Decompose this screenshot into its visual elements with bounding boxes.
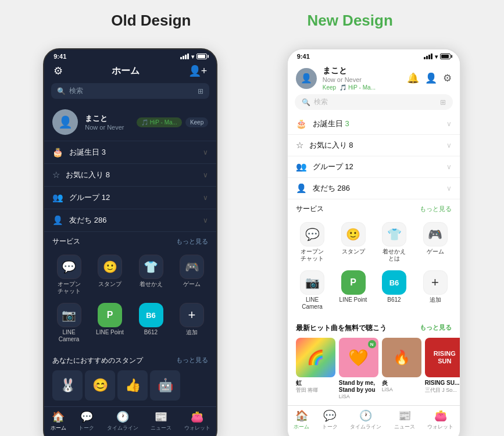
new-bell-icon[interactable]: 🔔 — [407, 72, 419, 84]
theme-label: 着せかえ — [140, 281, 163, 288]
music-card-1[interactable]: 🌈 虹 菅田 将暉 — [296, 338, 335, 399]
stamp-3[interactable]: 👍 — [117, 370, 148, 401]
stamp-label: スタンプ — [98, 281, 121, 288]
new-favorites-chevron: ∨ — [446, 141, 452, 149]
new-services-label: サービス — [296, 204, 324, 214]
birthday-text: お誕生日 3 — [69, 147, 197, 158]
old-nav-wallet[interactable]: 👛 ウォレット — [184, 410, 210, 432]
old-service-theme[interactable]: 👕 着せかえ — [131, 251, 171, 298]
new-services-header: サービス もっと見る — [288, 199, 460, 216]
new-timeline-label: タイムライン — [350, 423, 381, 431]
old-service-b612[interactable]: B6 B612 — [131, 299, 171, 346]
old-birthday-item[interactable]: 🎂 お誕生日 3 ∨ — [44, 141, 216, 164]
music-artist-2: LiSA — [339, 394, 378, 399]
add-service-icon: + — [180, 303, 204, 327]
new-search-placeholder: 検索 — [314, 97, 328, 107]
new-service-camera[interactable]: 📷 LINECamera — [292, 267, 333, 314]
new-nav-home[interactable]: 🏠 ホーム — [294, 409, 309, 431]
stamp-1[interactable]: 🐰 — [52, 370, 83, 401]
new-music-more[interactable]: もっと見る — [420, 323, 452, 333]
timeline-label: タイムライン — [107, 424, 138, 432]
old-service-game[interactable]: 🎮 ゲーム — [172, 251, 212, 298]
old-settings-icon[interactable]: ⚙ — [53, 65, 63, 77]
new-wallet-icon: 👛 — [434, 409, 447, 422]
new-battery-icon — [440, 53, 451, 59]
new-service-open-chat[interactable]: 💬 オープンチャット — [292, 219, 333, 266]
music-song-3: 炎 — [382, 380, 421, 387]
new-news-icon: 📰 — [398, 409, 411, 422]
new-header-icons: 🔔 👤 ⚙ — [407, 72, 452, 84]
new-add-service-label: 追加 — [430, 296, 441, 303]
new-service-stamp[interactable]: 🙂 スタンプ — [333, 219, 373, 266]
talk-label: トーク — [78, 424, 94, 432]
new-settings-icon[interactable]: ⚙ — [443, 72, 452, 84]
music-song-4: RISING SU... — [425, 380, 460, 387]
music-song-1: 虹 — [296, 380, 335, 387]
new-friends-item[interactable]: 👤 友だち 286 ∨ — [288, 178, 460, 199]
old-time: 9:41 — [53, 53, 66, 60]
new-nav-timeline[interactable]: 🕐 タイムライン — [350, 409, 381, 431]
old-friends-item[interactable]: 👤 友だち 286 ∨ — [44, 209, 216, 232]
new-friends-chevron: ∨ — [446, 184, 452, 192]
news-label: ニュース — [151, 424, 171, 432]
old-stamp-more[interactable]: もっと見る — [176, 356, 208, 366]
new-search-bar[interactable]: 🔍 検索 ⊞ — [295, 94, 453, 110]
new-favorites-item[interactable]: ☆ お気に入り 8 ∨ — [288, 135, 460, 156]
new-service-theme[interactable]: 👕 着せかえとは — [374, 219, 414, 266]
new-groups-icon: 👥 — [296, 162, 307, 172]
old-nav-talk[interactable]: 💬 トーク — [78, 410, 94, 432]
music-card-4[interactable]: RISINGSUN RISING SU... 三代目 J So... — [425, 338, 460, 399]
old-search-bar[interactable]: 🔍 検索 ⊞ — [51, 83, 209, 99]
old-nav-home[interactable]: 🏠 ホーム — [51, 410, 66, 432]
new-add-friend-icon[interactable]: 👤 — [425, 72, 437, 84]
new-groups-text: グループ 12 — [313, 162, 441, 172]
old-service-camera[interactable]: 📷 LINECamera — [49, 299, 89, 346]
new-services-more[interactable]: もっと見る — [420, 205, 452, 213]
old-service-open-chat[interactable]: 💬 オープンチャット — [49, 251, 89, 298]
music-card-3[interactable]: 🔥 炎 LiSA — [382, 338, 421, 399]
new-groups-chevron: ∨ — [446, 163, 452, 171]
new-service-add[interactable]: + 追加 — [415, 267, 455, 314]
new-service-game[interactable]: 🎮 ゲーム — [415, 219, 455, 266]
old-profile-row[interactable]: 👤 まこと Now or Never 🎵 HiP - Ma... Keep — [44, 103, 216, 141]
new-time: 9:41 — [297, 53, 310, 60]
new-b612-label: B612 — [387, 296, 401, 303]
new-favorites-text: お気に入り 8 — [309, 140, 441, 151]
new-point-icon: P — [341, 270, 366, 295]
new-news-label: ニュース — [394, 423, 415, 431]
old-profile-sub: Now or Never — [85, 124, 130, 131]
groups-text: グループ 12 — [69, 192, 197, 203]
new-service-b612[interactable]: B6 B612 — [374, 267, 414, 314]
stamp-icon: 🙂 — [98, 255, 122, 279]
news-icon: 📰 — [155, 410, 167, 423]
new-stamp-label: スタンプ — [342, 248, 365, 255]
old-services-more[interactable]: もっと見る — [176, 237, 208, 246]
old-service-point[interactable]: P LINE Point — [90, 299, 130, 346]
old-favorites-item[interactable]: ☆ お気に入り 8 ∨ — [44, 164, 216, 187]
old-header: ⚙ ホーム 👤+ — [44, 61, 216, 83]
new-service-point[interactable]: P LINE Point — [333, 267, 373, 314]
old-service-add[interactable]: + 追加 — [172, 299, 212, 346]
old-nav-news[interactable]: 📰 ニュース — [151, 410, 171, 432]
old-services-label: サービス — [52, 237, 80, 246]
new-birthday-item[interactable]: 🎂 お誕生日 3 ∨ — [288, 113, 460, 135]
music-card-2[interactable]: N 🧡 Stand by me, Stand by you LiSA — [339, 338, 378, 399]
new-groups-item[interactable]: 👥 グループ 12 ∨ — [288, 156, 460, 178]
old-groups-item[interactable]: 👥 グループ 12 ∨ — [44, 187, 216, 209]
old-signal-icon — [180, 53, 189, 59]
new-nav-talk[interactable]: 💬 トーク — [322, 409, 338, 431]
new-search-icon: 🔍 — [302, 98, 310, 106]
old-service-stamp[interactable]: 🙂 スタンプ — [90, 251, 130, 298]
old-music-tag[interactable]: 🎵 HiP - Ma... — [137, 117, 182, 127]
new-nav-news[interactable]: 📰 ニュース — [394, 409, 415, 431]
talk-icon: 💬 — [80, 410, 93, 423]
stamp-2[interactable]: 😊 — [85, 370, 115, 401]
old-keep-tag[interactable]: Keep — [185, 117, 208, 127]
stamp-4[interactable]: 🤖 — [150, 370, 180, 401]
old-stamp-header: あなたにおすすめのスタンプ もっと見る — [44, 351, 216, 368]
old-nav-timeline[interactable]: 🕐 タイムライン — [107, 410, 138, 432]
old-phone-frame: 9:41 ▾ ⚙ ホーム 👤+ 🔍 検索 ⊞ — [43, 48, 217, 436]
old-add-friend-icon[interactable]: 👤+ — [188, 65, 208, 77]
old-profile-tags: 🎵 HiP - Ma... Keep — [137, 117, 208, 127]
new-nav-wallet[interactable]: 👛 ウォレット — [427, 409, 453, 431]
